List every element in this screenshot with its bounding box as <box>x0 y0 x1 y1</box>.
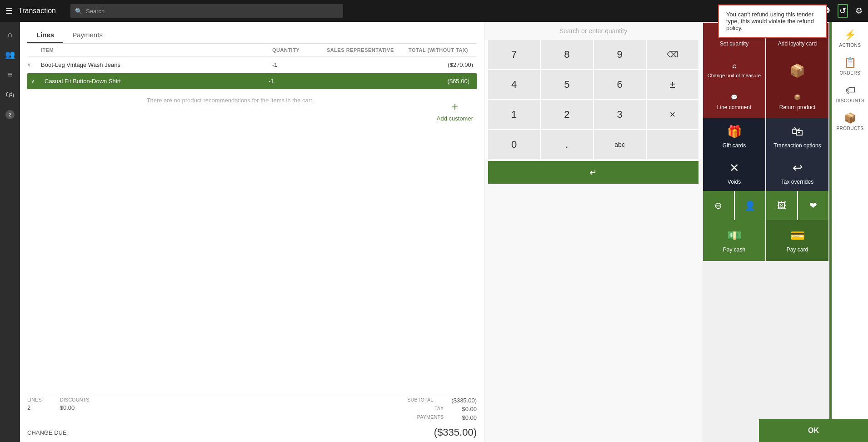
chevron-icon: ∨ <box>27 62 41 68</box>
ok-button[interactable]: OK <box>759 419 868 442</box>
col-sales-rep: SALES REPRESENTATIVE <box>327 47 409 53</box>
numpad-key-abc[interactable]: abc <box>594 130 646 159</box>
action-icon-minus[interactable]: ⊖ <box>703 191 734 220</box>
tab-lines[interactable]: Lines <box>27 27 63 43</box>
line-comment-label: Line comment <box>717 104 751 110</box>
package-icon: 📦 <box>789 63 805 78</box>
transaction-options-button[interactable]: 🛍 Transaction options <box>766 118 828 155</box>
col-item: ITEM <box>41 47 272 53</box>
col-total: TOTAL (WITHOUT TAX) <box>409 47 477 53</box>
numpad-key-6[interactable]: 6 <box>594 70 646 99</box>
return-product-button[interactable]: 📦 Return product <box>766 86 828 118</box>
item-name: Boot-Leg Vintage Wash Jeans <box>41 61 272 68</box>
action-icon-user[interactable]: 👤 <box>735 191 766 220</box>
tax-value: $0.00 <box>462 406 477 412</box>
lines-value: 2 <box>27 404 42 411</box>
numpad-key-4[interactable]: 4 <box>488 70 540 99</box>
pay-card-icon: 💳 <box>790 229 805 243</box>
tax-overrides-button[interactable]: ↩ Tax overrides <box>766 155 828 191</box>
numpad-key-3[interactable]: 3 <box>594 100 646 129</box>
sidebar-item-actions[interactable]: ⚡ ACTIONS <box>832 25 868 51</box>
lines-label: LINES <box>27 397 42 402</box>
refresh-icon[interactable]: ↺ <box>838 4 848 18</box>
plus-icon: + <box>452 100 458 113</box>
settings-icon[interactable]: ⚙ <box>855 6 863 16</box>
error-popup: You can't refund using this tender type,… <box>718 5 827 38</box>
table-row[interactable]: ∨ Boot-Leg Vintage Wash Jeans -1 ($270.0… <box>27 57 477 73</box>
error-message: You can't refund using this tender type,… <box>726 11 814 31</box>
sidebar-item-home[interactable]: ⌂ <box>1 25 19 44</box>
transaction-area: Lines Payments ITEM QUANTITY SALES REPRE… <box>20 22 484 442</box>
change-due-row: CHANGE DUE ($335.00) <box>27 423 477 442</box>
hamburger-icon[interactable]: ☰ <box>5 6 13 16</box>
tax-label: TAX <box>434 406 444 412</box>
package-button[interactable]: 📦 <box>766 55 828 86</box>
numpad-key-5[interactable]: 5 <box>541 70 593 99</box>
sidebar-badge[interactable]: 2 <box>1 105 19 124</box>
discounts-label: DISCOUNTS <box>836 98 864 103</box>
line-comment-button[interactable]: 💬 Line comment <box>703 86 765 118</box>
return-product-label: Return product <box>779 104 815 110</box>
numpad-enter-key[interactable]: ↵ <box>488 161 698 184</box>
item-quantity: -1 <box>269 78 323 85</box>
gift-cards-button[interactable]: 🎁 Gift cards <box>703 118 765 155</box>
sidebar-item-orders[interactable]: 📋 ORDERS <box>832 53 868 79</box>
line-comment-icon: 💬 <box>731 94 738 100</box>
pay-card-label: Pay card <box>787 246 808 253</box>
gift-cards-label: Gift cards <box>723 142 746 149</box>
numpad-key-empty <box>647 130 698 159</box>
sidebar-item-users[interactable]: 👥 <box>1 45 19 64</box>
set-quantity-label: Set quantity <box>720 40 748 47</box>
numpad-key-0[interactable]: 0 <box>488 130 540 159</box>
sidebar-item-menu[interactable]: ≡ <box>1 65 19 84</box>
table-row[interactable]: ∨ Casual Fit Button-Down Shirt -1 ($65.0… <box>27 73 477 90</box>
discounts-icon: 🏷 <box>845 85 855 96</box>
change-due-label: CHANGE DUE <box>27 429 67 436</box>
col-quantity: QUANTITY <box>272 47 327 53</box>
numpad-key-1[interactable]: 1 <box>488 100 540 129</box>
voids-button[interactable]: ✕ Voids <box>703 155 765 191</box>
empty-message: There are no product recommendations for… <box>27 97 433 104</box>
search-icon: 🔍 <box>75 8 82 15</box>
chevron-icon: ∨ <box>31 78 45 84</box>
subtotal-value: ($335.00) <box>451 397 477 404</box>
payments-value: $0.00 <box>462 414 477 421</box>
tax-overrides-label: Tax overrides <box>781 179 813 185</box>
numpad-key-plusminus[interactable]: ± <box>647 70 698 99</box>
tabs: Lines Payments <box>27 22 477 44</box>
pay-card-button[interactable]: 💳 Pay card <box>766 220 828 261</box>
numpad-key-multiply[interactable]: × <box>647 100 698 129</box>
main-layout: ⌂ 👥 ≡ 🛍 2 Lines Payments ITEM QUANTITY S… <box>0 22 868 442</box>
return-product-icon: 📦 <box>794 94 801 100</box>
numpad-key-9[interactable]: 9 <box>594 40 646 69</box>
gift-cards-icon: 🎁 <box>727 125 742 139</box>
search-placeholder: Search <box>86 8 105 15</box>
products-icon: 📦 <box>844 112 856 124</box>
add-customer-button[interactable]: + Add customer <box>433 97 477 126</box>
tab-payments[interactable]: Payments <box>63 27 112 43</box>
transaction-options-label: Transaction options <box>773 142 821 149</box>
action-icon-heart[interactable]: ❤ <box>798 191 829 220</box>
sidebar-item-discounts[interactable]: 🏷 DISCOUNTS <box>832 81 868 107</box>
payments-label: PAYMENTS <box>417 414 444 421</box>
action-icon-image[interactable]: 🖼 <box>766 191 797 220</box>
numpad-key-dot[interactable]: . <box>541 130 593 159</box>
right-panel: ☰ Set quantity 💳 Add loyalty card ⚖ Chan… <box>702 22 829 442</box>
numpad-key-2[interactable]: 2 <box>541 100 593 129</box>
pay-cash-icon: 💵 <box>727 229 742 243</box>
sidebar-item-cart[interactable]: 🛍 <box>1 85 19 104</box>
numpad-key-7[interactable]: 7 <box>488 40 540 69</box>
pay-cash-button[interactable]: 💵 Pay cash <box>703 220 765 261</box>
discounts-value: $0.00 <box>60 404 90 411</box>
left-sidebar: ⌂ 👥 ≡ 🛍 2 <box>0 22 20 442</box>
numpad-key-backspace[interactable]: ⌫ <box>647 40 698 69</box>
products-label: PRODUCTS <box>836 126 863 131</box>
search-quantity-label: Search or enter quantity <box>484 22 702 40</box>
add-customer-label: Add customer <box>437 115 473 122</box>
sidebar-item-products[interactable]: 📦 PRODUCTS <box>832 109 868 135</box>
change-unit-button[interactable]: ⚖ Change unit of measure <box>703 55 765 86</box>
change-unit-label: Change unit of measure <box>708 73 761 78</box>
orders-icon: 📋 <box>844 57 856 69</box>
numpad-key-8[interactable]: 8 <box>541 40 593 69</box>
search-bar[interactable]: 🔍 Search <box>70 4 343 18</box>
